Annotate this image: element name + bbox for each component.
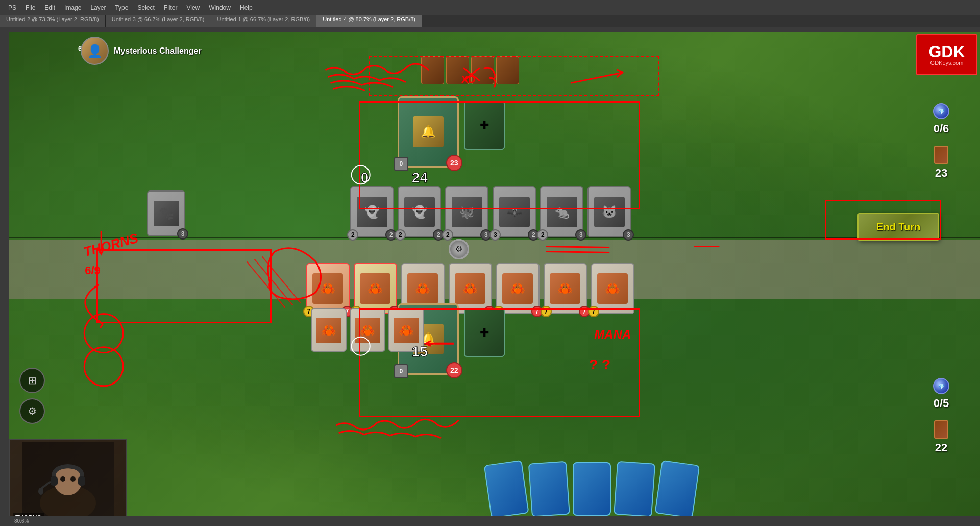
tab-4-active[interactable]: Untitled-4 @ 80.7% (Layer 2, RGB/8)	[316, 15, 422, 27]
p-m6-art: 🦀	[550, 273, 580, 304]
opp-m1-atk: 2	[347, 229, 358, 241]
opp-m5-hp: 3	[575, 229, 586, 241]
menu-filter[interactable]: Filter	[160, 3, 182, 12]
opp-minion-3[interactable]: 🐙 2 3	[445, 186, 488, 237]
p-m1-art: 🦀	[312, 273, 343, 304]
opp-m5-art: 🐀	[547, 197, 577, 227]
ruler-left	[0, 22, 9, 526]
tab-3[interactable]: Untitled-1 @ 66.7% (Layer 2, RGB/8)	[211, 15, 317, 27]
opponent-hero-art: 🔔	[413, 116, 444, 147]
opponent-board: 🐾 3 👻 2 2 👻 2 2 🐙 2 3 🦇 3 2 🐀 2 3	[106, 175, 835, 249]
opp-m3-atk: 2	[442, 229, 453, 241]
player-minion-6[interactable]: 🦀 7 7	[544, 263, 587, 314]
svg-point-19	[70, 476, 76, 482]
status-bar: 80.6%	[9, 516, 980, 526]
ps-tabs: Untitled-2 @ 73.3% (Layer 2, RGB/8) Unti…	[0, 15, 980, 27]
p-m5-art: 🦀	[502, 273, 533, 304]
player-hero-power[interactable]: ⚙	[449, 239, 469, 259]
opp-hand-card-4	[496, 56, 519, 84]
opp-m2-atk: 2	[395, 229, 406, 241]
hand-card-2[interactable]	[528, 461, 570, 517]
game-canvas: 61 FPS 👤 Mysterious Challenger 💎 0/6 23 …	[9, 32, 980, 526]
opponent-mana-area: 💎 0/6 23	[933, 103, 949, 180]
hand-card-3[interactable]	[573, 462, 611, 516]
opponent-avatar: 👤	[81, 37, 109, 65]
tab-1[interactable]: Untitled-2 @ 73.3% (Layer 2, RGB/8)	[0, 15, 106, 27]
svg-point-18	[60, 476, 65, 482]
opponent-mana-gem: 💎	[933, 103, 949, 119]
hand-card-5[interactable]	[654, 460, 700, 518]
menu-file[interactable]: File	[21, 3, 39, 12]
p-m3-art: 🦀	[407, 273, 438, 304]
p-m2-art: 🦀	[360, 273, 390, 304]
player-deck-icon	[934, 420, 948, 439]
end-turn-button[interactable]: End Turn	[857, 213, 939, 241]
opp-side-minion[interactable]: 🐾 3	[147, 190, 185, 236]
webcam-person	[10, 440, 126, 525]
ui-icons: ⊞ ⚙	[19, 368, 45, 424]
opp-minion-1[interactable]: 👻 2 2	[350, 186, 394, 237]
opp-minion-2[interactable]: 👻 2 2	[398, 186, 441, 237]
player-hero-health: 22	[446, 362, 462, 378]
menu-layer[interactable]: Layer	[86, 3, 110, 12]
opponent-mana-count: 0/6	[934, 122, 949, 135]
player-minion-2[interactable]: 🦀 7 7	[354, 263, 397, 314]
player-deck-count: 22	[935, 441, 947, 455]
opponent-hand	[106, 56, 835, 87]
opp-m1-art: 👻	[357, 197, 387, 227]
menu-view[interactable]: View	[182, 3, 204, 12]
player-minion-7[interactable]: 🦀 7	[591, 263, 634, 314]
card-art-2: 🦀	[355, 318, 380, 343]
p-m4-art: 🦀	[455, 273, 485, 304]
opp-m3-art: 🐙	[452, 197, 482, 227]
hand-card-1[interactable]	[483, 460, 529, 518]
menu-help[interactable]: Help	[236, 3, 257, 12]
chat-icon[interactable]: ⊞	[19, 368, 45, 393]
opp-minion-5[interactable]: 🐀 2 3	[540, 186, 583, 237]
opp-minion-6[interactable]: 🐱 3	[587, 186, 631, 237]
menu-window[interactable]: Window	[205, 3, 235, 12]
player-hand-minion-3[interactable]: 🦀	[388, 308, 424, 352]
p-m6-atk: 7	[541, 306, 552, 317]
menu-edit[interactable]: Edit	[40, 3, 59, 12]
player-minion-1[interactable]: 🦀 7 7	[306, 263, 350, 314]
opp-hand-card-2	[446, 56, 469, 84]
player-mana-count: 0/5	[934, 397, 949, 410]
menu-image[interactable]: Image	[60, 3, 85, 12]
opponent-deck-count: 23	[935, 166, 947, 180]
player-minion-5[interactable]: 🦀 7 7	[496, 263, 540, 314]
menu-ps[interactable]: PS	[4, 3, 20, 12]
opp-side-art: 🐾	[154, 201, 179, 226]
gdk-logo: GDK GDKeys.com	[916, 34, 977, 75]
tab-2[interactable]: Untitled-3 @ 66.7% (Layer 2, RGB/8)	[106, 15, 211, 27]
opp-side-hp: 3	[177, 228, 188, 240]
svg-point-20	[38, 488, 43, 495]
card-art-1: 🦀	[316, 318, 341, 343]
opponent-hero-card[interactable]: 🔔 23 0	[398, 96, 459, 168]
opponent-hero-area: 🔔 23 0 🌿 ✚	[398, 96, 459, 168]
hand-card-4[interactable]	[614, 461, 655, 517]
card-art-3: 🦀	[394, 318, 419, 343]
opponent-hero-armor: 0	[394, 157, 408, 171]
menu-type[interactable]: Type	[111, 3, 132, 12]
zoom-level: 80.6%	[14, 518, 29, 524]
svg-rect-16	[51, 476, 58, 486]
player-hand-minion-2[interactable]: 🦀	[350, 308, 385, 352]
player-hand	[349, 455, 835, 516]
opp-m4-art: 🦇	[499, 197, 530, 227]
player-mana-gem: 💎	[933, 378, 949, 394]
webcam-overlay: THORNS	[9, 439, 127, 526]
opp-hand-card-1	[421, 56, 444, 84]
opponent-spell-2[interactable]: ✚	[464, 101, 505, 150]
opponent-name: Mysterious Challenger	[114, 46, 202, 56]
opp-m5-atk: 2	[537, 229, 548, 241]
p-m7-art: 🦀	[597, 273, 628, 304]
menu-select[interactable]: Select	[133, 3, 158, 12]
opp-m2-art: 👻	[404, 197, 435, 227]
player-spell-2[interactable]: ✚	[464, 308, 505, 357]
gdk-title: GDK	[928, 43, 965, 60]
settings-icon[interactable]: ⚙	[19, 398, 45, 424]
opp-minion-4[interactable]: 🦇 3 2	[493, 186, 536, 237]
svg-rect-17	[78, 476, 85, 486]
player-hand-minion-1[interactable]: 🦀	[311, 308, 347, 352]
